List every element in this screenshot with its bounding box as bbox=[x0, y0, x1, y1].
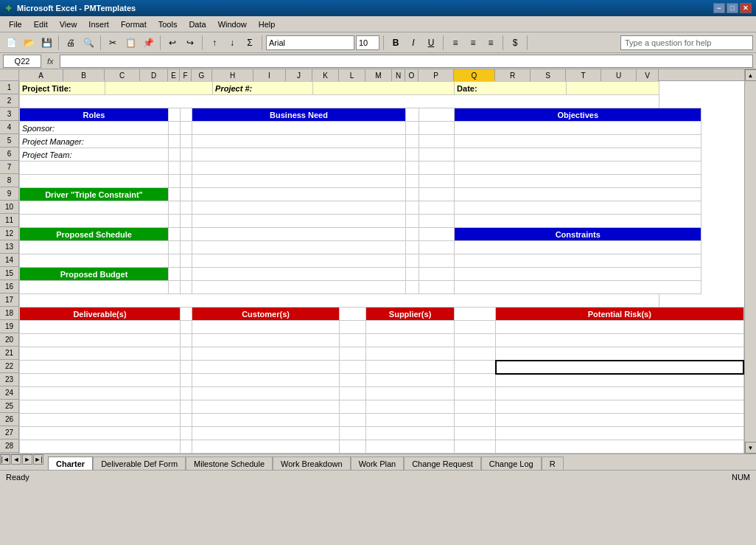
cell-8-business[interactable] bbox=[192, 175, 406, 188]
cell-a21[interactable] bbox=[20, 347, 181, 361]
cell-15-f[interactable] bbox=[181, 268, 192, 281]
tab-work-plan[interactable]: Work Plan bbox=[351, 457, 405, 470]
cell-15-n[interactable] bbox=[406, 268, 419, 281]
cell-10-obj[interactable] bbox=[455, 201, 701, 215]
cell-objectives-header[interactable]: Objectives bbox=[455, 108, 701, 122]
tab-prev-button[interactable]: ◄ bbox=[11, 454, 21, 465]
cell-9-n[interactable] bbox=[406, 188, 419, 201]
cell-a7[interactable] bbox=[20, 162, 169, 175]
cell-10-e[interactable] bbox=[169, 201, 181, 215]
cut-button[interactable]: ✂ bbox=[105, 35, 121, 51]
cell-13-e[interactable] bbox=[169, 241, 181, 254]
cell-a26[interactable] bbox=[20, 414, 181, 427]
cell-22-cust[interactable] bbox=[192, 361, 340, 374]
cell-14-obj[interactable] bbox=[455, 254, 701, 268]
tab-charter[interactable]: Charter bbox=[48, 457, 93, 470]
cell-27-supp[interactable] bbox=[366, 427, 455, 440]
cell-4-o[interactable] bbox=[419, 122, 455, 135]
cell-24-f[interactable] bbox=[181, 387, 192, 400]
cell-a17[interactable] bbox=[20, 294, 659, 308]
cell-19-cust[interactable] bbox=[192, 321, 340, 334]
cell-7-obj[interactable] bbox=[455, 162, 701, 175]
cell-a23[interactable] bbox=[20, 374, 181, 387]
cell-a8[interactable] bbox=[20, 175, 169, 188]
cell-15-obj[interactable] bbox=[455, 268, 701, 281]
cell-10-o[interactable] bbox=[419, 201, 455, 215]
tab-change-request[interactable]: Change Request bbox=[404, 457, 481, 470]
cell-10-n[interactable] bbox=[406, 201, 419, 215]
cell-9-obj[interactable] bbox=[455, 188, 701, 201]
row-header-13[interactable]: 13 bbox=[0, 240, 18, 254]
row-header-21[interactable]: 21 bbox=[0, 347, 18, 360]
col-header-v[interactable]: V bbox=[637, 69, 659, 81]
font-name-input[interactable] bbox=[266, 35, 354, 50]
cell-26-risk[interactable] bbox=[496, 414, 743, 427]
cell-12-o[interactable] bbox=[419, 228, 455, 241]
scrollbar-track[interactable] bbox=[745, 81, 756, 442]
cell-5-o[interactable] bbox=[419, 135, 455, 148]
undo-button[interactable]: ↩ bbox=[164, 35, 181, 51]
cell-19-f[interactable] bbox=[181, 321, 192, 334]
cell-8-obj[interactable] bbox=[455, 175, 701, 188]
col-header-o[interactable]: O bbox=[405, 69, 419, 81]
cell-28-k[interactable] bbox=[340, 440, 366, 454]
underline-button[interactable]: U bbox=[423, 35, 439, 51]
row-header-10[interactable]: 10 bbox=[0, 201, 18, 214]
menu-data[interactable]: Data bbox=[183, 18, 211, 30]
menu-help[interactable]: Help bbox=[253, 18, 281, 30]
cell-4-f[interactable] bbox=[181, 122, 192, 135]
italic-button[interactable]: I bbox=[405, 35, 421, 51]
tab-last-button[interactable]: ►| bbox=[33, 454, 43, 465]
row-header-8[interactable]: 8 bbox=[0, 174, 18, 187]
row-header-14[interactable]: 14 bbox=[0, 254, 18, 267]
new-button[interactable]: 📄 bbox=[3, 35, 19, 51]
cell-23-cust[interactable] bbox=[192, 374, 340, 387]
cell-a24[interactable] bbox=[20, 387, 181, 400]
cell-23-risk[interactable] bbox=[496, 374, 743, 387]
cell-8-o[interactable] bbox=[419, 175, 455, 188]
cell-10-business[interactable] bbox=[192, 201, 406, 215]
cell-25-supp[interactable] bbox=[366, 400, 455, 414]
preview-button[interactable]: 🔍 bbox=[80, 35, 97, 51]
col-header-i[interactable]: I bbox=[253, 69, 286, 81]
cell-8-n[interactable] bbox=[406, 175, 419, 188]
cell-28-risk[interactable] bbox=[496, 440, 743, 454]
cell-11-f[interactable] bbox=[181, 215, 192, 228]
cell-16-e[interactable] bbox=[169, 281, 181, 294]
cell-25-cust[interactable] bbox=[192, 400, 340, 414]
cell-21-k[interactable] bbox=[340, 347, 366, 361]
row-header-15[interactable]: 15 bbox=[0, 267, 18, 280]
row-header-17[interactable]: 17 bbox=[0, 294, 18, 307]
font-size-input[interactable] bbox=[356, 35, 379, 50]
cell-9-f[interactable] bbox=[181, 188, 192, 201]
cell-28-f[interactable] bbox=[181, 440, 192, 454]
sort-asc-button[interactable]: ↑ bbox=[206, 35, 223, 51]
cell-23-k[interactable] bbox=[340, 374, 366, 387]
cell-27-o[interactable] bbox=[455, 427, 496, 440]
cell-20-cust[interactable] bbox=[192, 334, 340, 347]
cell-21-f[interactable] bbox=[181, 347, 192, 361]
cell-13-o[interactable] bbox=[419, 241, 455, 254]
cell-27-risk[interactable] bbox=[496, 427, 743, 440]
cell-4-n[interactable] bbox=[406, 122, 419, 135]
cell-20-k[interactable] bbox=[340, 334, 366, 347]
cell-28-supp[interactable] bbox=[366, 440, 455, 454]
row-header-25[interactable]: 25 bbox=[0, 400, 18, 413]
maximize-button[interactable]: □ bbox=[727, 3, 738, 13]
menu-insert[interactable]: Insert bbox=[83, 18, 115, 30]
col-header-c[interactable]: C bbox=[105, 69, 140, 81]
cell-13-obj[interactable] bbox=[455, 241, 701, 254]
cell-26-f[interactable] bbox=[181, 414, 192, 427]
cell-12-e[interactable] bbox=[169, 228, 181, 241]
row-header-28[interactable]: 28 bbox=[0, 440, 18, 453]
cell-14-e[interactable] bbox=[169, 254, 181, 268]
cell-12-f[interactable] bbox=[181, 228, 192, 241]
cell-a2[interactable] bbox=[20, 95, 659, 108]
col-header-g[interactable]: G bbox=[192, 69, 212, 81]
vertical-scrollbar[interactable]: ▲ ▼ bbox=[744, 69, 756, 454]
cell-16-o[interactable] bbox=[419, 281, 455, 294]
cell-a6[interactable]: Project Team: bbox=[20, 148, 169, 162]
cell-25-o[interactable] bbox=[455, 400, 496, 414]
cell-6-business[interactable] bbox=[192, 148, 406, 162]
redo-button[interactable]: ↪ bbox=[182, 35, 198, 51]
